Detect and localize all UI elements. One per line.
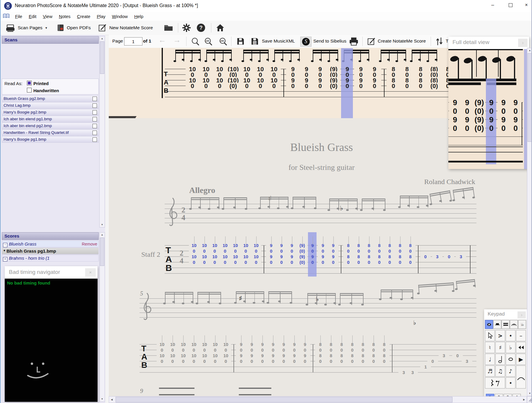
- flat-button[interactable]: ♭: [506, 342, 515, 353]
- sixteenth-note-button[interactable]: ♬: [485, 365, 495, 377]
- full-detail-title-bar[interactable]: Full detail view ›: [448, 37, 529, 49]
- keypad-panel[interactable]: Keypad › ♭♭ >•–♮♯♭♩▶♬♫♪• 1234: [484, 309, 527, 403]
- tab-number[interactable]: (0): [473, 124, 485, 132]
- tab-number[interactable]: 9: [497, 116, 510, 124]
- tab-number[interactable]: 0: [167, 359, 178, 363]
- full-detail-panel[interactable]: Full detail view › 90909090(9)(0)(9)(0)9…: [448, 37, 529, 169]
- tab-number[interactable]: 0: [485, 107, 497, 115]
- menu-item-file[interactable]: File: [12, 14, 25, 19]
- settings-button[interactable]: [182, 21, 191, 35]
- tab-number[interactable]: 0: [326, 348, 336, 352]
- tab-number[interactable]: 0: [254, 83, 267, 89]
- tab-number[interactable]: 0: [189, 359, 199, 363]
- tab-number[interactable]: 0: [178, 348, 189, 352]
- maximize-button[interactable]: [502, 0, 518, 10]
- tab-number[interactable]: 3: [462, 359, 472, 363]
- create-notateme-label[interactable]: Create NotateMe Score: [378, 38, 426, 44]
- scroll-down-icon[interactable]: ▼: [100, 397, 105, 402]
- tab-number[interactable]: 0: [510, 124, 522, 132]
- tab-number[interactable]: 10: [167, 353, 178, 358]
- scrollbar-thumb[interactable]: [116, 397, 452, 402]
- tab-number[interactable]: 10: [189, 353, 199, 358]
- half-note-button[interactable]: [495, 354, 505, 365]
- quarter-note-button[interactable]: ♩: [485, 354, 495, 365]
- tab-number[interactable]: 8: [315, 353, 326, 358]
- tab-number[interactable]: 0: [220, 359, 231, 363]
- tab-number[interactable]: 0: [379, 359, 390, 363]
- tab-number[interactable]: 8: [336, 353, 347, 358]
- scan-file-checkbox[interactable]: [93, 117, 97, 121]
- scroll-down-icon[interactable]: ▼: [100, 222, 105, 227]
- tab-number[interactable]: 9: [246, 353, 257, 358]
- scroll-up-icon[interactable]: ▲: [100, 36, 105, 41]
- tab-number[interactable]: 0: [289, 348, 300, 352]
- panel-collapse-button[interactable]: ›: [518, 311, 526, 318]
- tie-button[interactable]: [516, 365, 526, 389]
- tab-number[interactable]: 0: [315, 359, 326, 363]
- scrollbar-thumb[interactable]: [100, 41, 104, 74]
- new-notateme-button[interactable]: New NotateMe Score: [98, 21, 153, 35]
- scan-file-row[interactable]: Harry's Boogie pg1.bmp: [2, 136, 99, 143]
- tab-number[interactable]: 0: [368, 359, 379, 363]
- tab-number[interactable]: 0: [326, 359, 336, 363]
- tab-number[interactable]: 8: [358, 353, 368, 358]
- save-musicxml-label[interactable]: Save MusicXML: [262, 38, 295, 44]
- tab-number[interactable]: 0: [387, 83, 400, 89]
- tab-number[interactable]: 9: [461, 116, 473, 124]
- tab-number[interactable]: 0: [199, 359, 210, 363]
- tab-number[interactable]: 9: [268, 353, 278, 358]
- tab-number[interactable]: 3: [439, 353, 449, 358]
- tab-number[interactable]: 0: [358, 359, 368, 363]
- score-row[interactable]: * Blueish Grass pg1.bmp: [2, 248, 99, 254]
- tab-number[interactable]: 0: [510, 107, 522, 115]
- score-row[interactable]: −Blueish GrassRemove: [2, 240, 99, 247]
- tab-number[interactable]: 0: [347, 348, 358, 352]
- tab-number[interactable]: 9: [510, 116, 522, 124]
- tab-number[interactable]: 10: [157, 353, 167, 358]
- scroll-up-icon[interactable]: ▲: [100, 233, 105, 237]
- tab-number[interactable]: 0: [379, 348, 390, 352]
- tab-number[interactable]: 0: [336, 348, 347, 352]
- tab-number[interactable]: 3: [407, 370, 418, 375]
- scores-scrollbar[interactable]: ▲ ▼: [99, 232, 105, 402]
- printed-checkbox[interactable]: [27, 81, 32, 85]
- whole-note-button[interactable]: [506, 354, 515, 365]
- tab-number[interactable]: 0: [257, 359, 268, 363]
- tab-number[interactable]: 8: [347, 353, 358, 358]
- sibelius-button[interactable]: S: [300, 37, 312, 47]
- scan-file-row[interactable]: Ich aber bin elend pg2.bmp: [2, 123, 99, 129]
- open-pdfs-button[interactable]: Open PDFs: [57, 21, 91, 35]
- tab-number[interactable]: 9: [510, 99, 522, 106]
- dot-button[interactable]: •: [506, 330, 515, 341]
- sharp-button[interactable]: ♯: [495, 342, 505, 353]
- open-folder-button[interactable]: [164, 21, 173, 35]
- half-rest-tab-icon[interactable]: [493, 320, 501, 329]
- vertical-scrollbar[interactable]: ▲ ▼: [527, 48, 532, 396]
- tab-number[interactable]: 0: [220, 348, 231, 352]
- tab-number[interactable]: 0: [257, 348, 268, 352]
- tab-number[interactable]: (9): [473, 99, 485, 106]
- score-row[interactable]: +Brahms - horn trio (1: [2, 255, 99, 261]
- tab-number[interactable]: 0: [186, 83, 199, 89]
- tab-number[interactable]: 8: [379, 353, 390, 358]
- tab-number[interactable]: 0: [358, 348, 368, 352]
- tab-number[interactable]: 0: [178, 359, 189, 363]
- menu-item-view[interactable]: View: [40, 14, 56, 19]
- zoom-200-icon[interactable]: 200: [219, 37, 228, 46]
- tab-number[interactable]: 0: [400, 83, 414, 89]
- tab-number[interactable]: (0): [226, 83, 240, 89]
- tab-number[interactable]: 9: [497, 99, 510, 106]
- tab-number[interactable]: 0: [236, 359, 246, 363]
- tab-number[interactable]: 0: [199, 83, 213, 89]
- tab-number[interactable]: 8: [368, 353, 379, 358]
- tab-number[interactable]: 1: [420, 365, 431, 369]
- tab-number[interactable]: 0: [157, 348, 167, 352]
- tab-number[interactable]: 0: [246, 359, 257, 363]
- tab-number[interactable]: 0: [157, 359, 167, 363]
- tab-number[interactable]: 8: [326, 353, 336, 358]
- tab-number[interactable]: 0: [368, 83, 381, 89]
- horizontal-scrollbar[interactable]: ◀ ▶: [109, 396, 527, 403]
- tab-number[interactable]: 0: [461, 124, 473, 132]
- tab-number[interactable]: 9: [236, 353, 246, 358]
- scan-file-checkbox[interactable]: [93, 97, 97, 101]
